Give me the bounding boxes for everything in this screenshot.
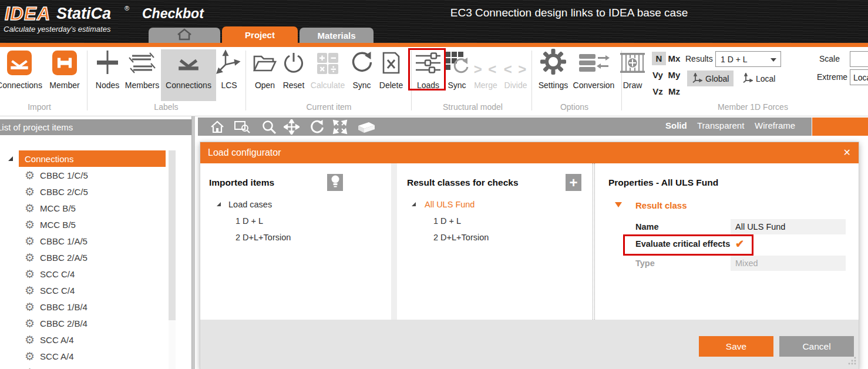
- ribbon-accent-strip: [0, 43, 868, 47]
- tree-item[interactable]: ⚙CBBC 1/A/5: [25, 233, 88, 249]
- window-title: EC3 Connection design links to IDEA base…: [270, 6, 868, 19]
- delete-button[interactable]: Delete: [374, 49, 408, 90]
- results-dropdown[interactable]: 1 D + L: [715, 51, 781, 67]
- cancel-button[interactable]: Cancel: [779, 336, 854, 357]
- dialog-title-bar[interactable]: Load configurator ✕: [200, 142, 859, 163]
- rotate-icon[interactable]: [310, 119, 325, 137]
- nodes-icon: [95, 49, 120, 78]
- settings-button[interactable]: Settings: [534, 49, 572, 90]
- gear-icon: ⚙: [25, 351, 35, 362]
- tree-item[interactable]: ⚙MCC B/5: [25, 216, 76, 233]
- solid-box-icon[interactable]: [357, 121, 376, 136]
- close-icon[interactable]: ✕: [843, 147, 851, 158]
- tab-materials-label: Materials: [317, 31, 355, 41]
- display-mode-transparent[interactable]: Transparent: [697, 120, 744, 130]
- open-button[interactable]: Open: [250, 49, 280, 90]
- tree-expander-icon[interactable]: [412, 202, 416, 206]
- home-icon: [176, 28, 193, 43]
- sync-current-button[interactable]: Sync: [348, 49, 376, 90]
- gear-icon: ⚙: [25, 252, 35, 263]
- results-label: Results: [685, 54, 713, 63]
- force-component-mz[interactable]: Mz: [667, 85, 681, 98]
- group-separator: [245, 51, 246, 110]
- scrollbar-thumb[interactable]: [169, 150, 176, 320]
- name-field[interactable]: All ULS Fund: [731, 219, 846, 234]
- extreme-dropdown[interactable]: Local: [850, 69, 868, 85]
- display-mode-wireframe[interactable]: Wireframe: [755, 120, 795, 130]
- force-component-mx[interactable]: Mx: [667, 52, 681, 65]
- force-component-my[interactable]: My: [667, 68, 681, 82]
- zoom-window-icon[interactable]: [234, 119, 251, 137]
- save-button[interactable]: Save: [699, 336, 773, 357]
- tree-item[interactable]: ⚙SCC C/4: [25, 282, 75, 298]
- divide-icon: < >: [504, 61, 528, 78]
- conversion-button[interactable]: Conversion: [568, 49, 619, 90]
- tree-item[interactable]: ⚙MCC B/5: [25, 200, 76, 216]
- result-class-item[interactable]: 1 D + L: [433, 216, 461, 226]
- tab-materials[interactable]: Materials: [300, 28, 374, 43]
- pan-icon[interactable]: [284, 119, 300, 137]
- hint-button[interactable]: [327, 174, 343, 191]
- zoom-icon[interactable]: [261, 119, 277, 137]
- checkbox-checked-icon[interactable]: ✔: [735, 237, 744, 250]
- load-cases-root[interactable]: Load cases: [228, 200, 272, 209]
- add-result-class-button[interactable]: +: [566, 174, 581, 191]
- display-mode-solid[interactable]: Solid: [665, 120, 687, 130]
- tree-item[interactable]: ⚙CBBC 2/B/4: [25, 315, 88, 331]
- import-connections-button[interactable]: Connections: [0, 49, 45, 90]
- member-import-icon: [52, 51, 77, 78]
- panel-splitter[interactable]: [191, 116, 195, 369]
- result-class-item[interactable]: 2 D+L+Torsion: [433, 233, 489, 242]
- labels-members-button[interactable]: Members: [121, 49, 163, 90]
- project-items-header: List of project items: [0, 119, 191, 135]
- group-label-labels: Labels: [107, 102, 225, 112]
- zoom-extents-icon[interactable]: [332, 119, 348, 137]
- tree-item[interactable]: ⚙SCC C/4: [25, 266, 75, 282]
- tree-item[interactable]: ⚙CBBC 2/A/5: [25, 249, 88, 266]
- resize-grip[interactable]: [847, 356, 856, 367]
- tab-project[interactable]: Project: [222, 26, 298, 43]
- gear-icon: ⚙: [25, 219, 35, 230]
- force-component-vy[interactable]: Vy: [651, 68, 665, 82]
- members-icon: [129, 51, 156, 78]
- global-toggle[interactable]: Global: [687, 71, 734, 86]
- labels-connections-toggle[interactable]: Connections: [161, 49, 216, 101]
- tree-item[interactable]: ⚙CBBC 1/C/5: [25, 167, 88, 183]
- group-label-structural-model: Structural model: [414, 102, 531, 112]
- load-case-item[interactable]: 1 D + L: [235, 216, 263, 226]
- local-toggle[interactable]: Local: [738, 71, 780, 86]
- reset-power-icon: [282, 51, 305, 78]
- divide-button: < > Divide: [499, 49, 532, 90]
- tab-home[interactable]: [149, 28, 220, 43]
- tree-item-partial[interactable]: ⚙: [25, 364, 35, 369]
- force-component-vz[interactable]: Vz: [651, 85, 665, 98]
- labels-lcs-button[interactable]: LCS: [216, 49, 243, 90]
- tree-expander-icon[interactable]: [217, 202, 221, 206]
- group-separator: [87, 51, 88, 110]
- scrollbar-track[interactable]: [169, 150, 176, 369]
- tree-item[interactable]: ⚙CBBC 2/C/5: [25, 183, 88, 200]
- sync-model-button[interactable]: Sync: [443, 49, 470, 90]
- reset-button[interactable]: Reset: [278, 49, 309, 90]
- tree-item[interactable]: ⚙SCC A/4: [25, 348, 74, 364]
- tree-item[interactable]: ⚙CBBC 1/B/4: [25, 298, 88, 315]
- merge-button: > < Merge: [469, 49, 502, 90]
- import-member-button[interactable]: Member: [44, 49, 85, 90]
- tree-item[interactable]: ⚙SCC A/4: [25, 331, 74, 348]
- scale-input[interactable]: [850, 51, 868, 67]
- lightbulb-icon: [331, 175, 340, 190]
- labels-nodes-button[interactable]: Nodes: [89, 49, 126, 90]
- tree-root-connections[interactable]: Connections: [19, 150, 166, 167]
- draw-button[interactable]: Draw: [618, 49, 647, 90]
- global-axes-icon: [692, 73, 702, 85]
- gear-icon: ⚙: [25, 334, 35, 345]
- gear-icon: ⚙: [25, 285, 35, 296]
- tab-project-label: Project: [245, 30, 275, 40]
- tree-expander-icon[interactable]: [8, 156, 13, 161]
- section-collapse-icon[interactable]: [615, 202, 622, 207]
- force-component-n[interactable]: N: [652, 52, 666, 65]
- group-separator: [531, 51, 532, 110]
- result-class-root[interactable]: All ULS Fund: [425, 200, 475, 209]
- viewport-home-icon[interactable]: [210, 119, 225, 137]
- load-case-item[interactable]: 2 D+L+Torsion: [235, 233, 291, 242]
